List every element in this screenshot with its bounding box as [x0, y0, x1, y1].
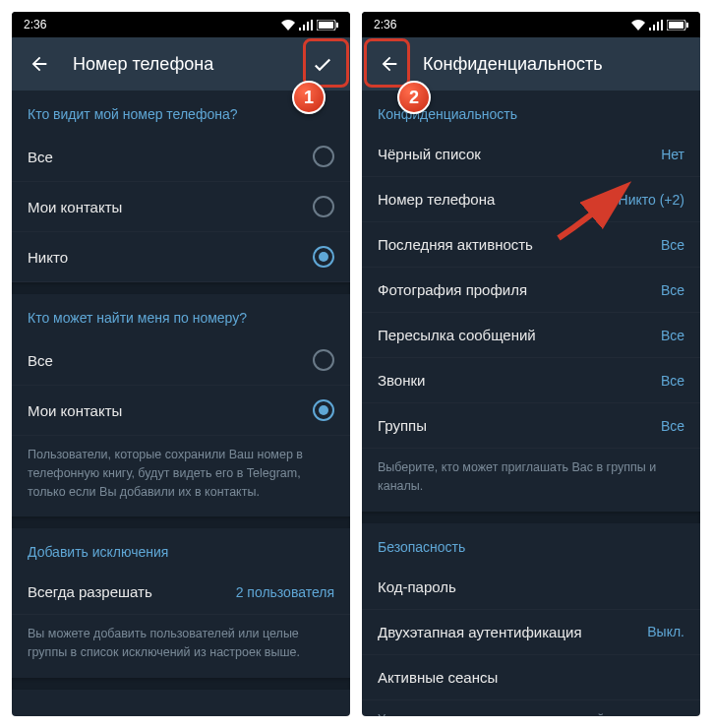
battery-icon	[667, 20, 688, 30]
check-icon	[311, 52, 334, 76]
content-left: Кто видит мой номер телефона? Все Мои ко…	[12, 91, 350, 716]
annotation-badge-2: 2	[397, 81, 431, 114]
content-right: Конфиденциальность Чёрный список Нет Ном…	[362, 91, 700, 716]
confirm-button[interactable]	[309, 50, 336, 78]
row-calls[interactable]: Звонки Все	[362, 358, 700, 403]
status-time: 2:36	[24, 18, 46, 31]
radio-label: Мои контакты	[28, 199, 313, 215]
wifi-icon	[281, 20, 295, 30]
page-title: Номер телефона	[73, 54, 309, 75]
row-active-sessions[interactable]: Активные сеансы	[362, 655, 700, 700]
status-bar: 2:36	[12, 12, 350, 37]
arrow-left-icon	[29, 53, 50, 75]
row-value: Никто (+2)	[619, 192, 684, 208]
row-phone-number[interactable]: Номер телефона Никто (+2)	[362, 177, 700, 222]
radio-label: Мои контакты	[28, 402, 313, 419]
row-label: Группы	[378, 417, 661, 434]
section-header-who-finds: Кто может найти меня по номеру?	[12, 294, 350, 335]
annotation-badge-1: 1	[292, 81, 326, 114]
page-title: Конфиденциальность	[423, 54, 686, 75]
row-value: Нет	[661, 147, 684, 162]
row-label: Активные сеансы	[378, 669, 684, 686]
row-value: Все	[661, 328, 684, 343]
status-icons	[281, 20, 338, 30]
svg-rect-5	[686, 23, 688, 28]
radio-label: Все	[28, 149, 313, 165]
status-bar: 2:36	[362, 12, 700, 37]
row-label: Двухэтапная аутентификация	[378, 624, 647, 640]
radio-icon	[313, 146, 334, 167]
row-label: Чёрный список	[378, 146, 661, 162]
row-label: Номер телефона	[378, 191, 619, 208]
wifi-icon	[631, 20, 645, 30]
exceptions-row[interactable]: Всегда разрешать 2 пользователя	[12, 570, 350, 615]
section-header-exceptions: Добавить исключения	[12, 528, 350, 570]
row-forwarding[interactable]: Пересылка сообщений Все	[362, 313, 700, 358]
row-last-seen[interactable]: Последняя активность Все	[362, 222, 700, 268]
radio-row-all-2[interactable]: Все	[12, 335, 350, 386]
row-label: Пересылка сообщений	[378, 327, 661, 343]
row-value: Все	[661, 373, 684, 389]
row-label: Код-пароль	[378, 578, 684, 595]
row-value: Все	[661, 418, 684, 434]
back-button[interactable]	[376, 50, 403, 78]
row-label: Последняя активность	[378, 236, 661, 253]
row-profile-photo[interactable]: Фотография профиля Все	[362, 268, 700, 313]
row-label: Фотография профиля	[378, 281, 661, 298]
radio-label: Все	[28, 352, 313, 369]
svg-rect-2	[336, 23, 338, 28]
radio-icon	[313, 246, 334, 268]
row-blacklist[interactable]: Чёрный список Нет	[362, 132, 700, 177]
hint-text: Вы можете добавить пользователей или цел…	[12, 615, 350, 678]
divider	[12, 678, 350, 690]
status-time: 2:36	[374, 18, 396, 31]
svg-rect-1	[319, 22, 333, 29]
row-value: Выкл.	[647, 624, 684, 639]
phone-right: 2:36 Конфиденциальность Конфиденциальнос…	[362, 12, 700, 716]
radio-icon	[313, 349, 334, 371]
row-label: Всегда разрешать	[28, 583, 236, 600]
row-groups[interactable]: Группы Все	[362, 403, 700, 449]
row-value: Все	[661, 237, 684, 253]
radio-icon	[313, 196, 334, 217]
row-value: 2 пользователя	[236, 584, 334, 600]
divider	[362, 512, 700, 523]
radio-row-contacts-2[interactable]: Мои контакты	[12, 386, 350, 436]
radio-label: Никто	[28, 249, 313, 266]
back-button[interactable]	[26, 50, 53, 78]
radio-row-contacts[interactable]: Мои контакты	[12, 182, 350, 232]
divider	[12, 516, 350, 528]
radio-icon	[313, 399, 334, 421]
row-passcode[interactable]: Код-пароль	[362, 565, 700, 610]
battery-icon	[317, 20, 338, 30]
signal-icon	[299, 20, 313, 30]
status-icons	[631, 20, 688, 30]
hint-text: Пользователи, которые сохранили Ваш номе…	[12, 436, 350, 516]
divider	[12, 282, 350, 294]
row-label: Звонки	[378, 372, 661, 389]
row-two-step[interactable]: Двухэтапная аутентификация Выкл.	[362, 610, 700, 655]
hint-text: Управление сеансами на других устройства…	[362, 700, 700, 717]
radio-row-all[interactable]: Все	[12, 132, 350, 182]
phone-left: 2:36 Номер телефона Кто видит мой номер …	[12, 12, 350, 716]
arrow-left-icon	[379, 53, 400, 75]
radio-row-nobody[interactable]: Никто	[12, 232, 350, 282]
svg-rect-4	[669, 22, 683, 29]
section-header-security: Безопасность	[362, 523, 700, 565]
hint-text: Выберите, кто может приглашать Вас в гру…	[362, 449, 700, 512]
signal-icon	[649, 20, 663, 30]
row-value: Все	[661, 282, 684, 298]
